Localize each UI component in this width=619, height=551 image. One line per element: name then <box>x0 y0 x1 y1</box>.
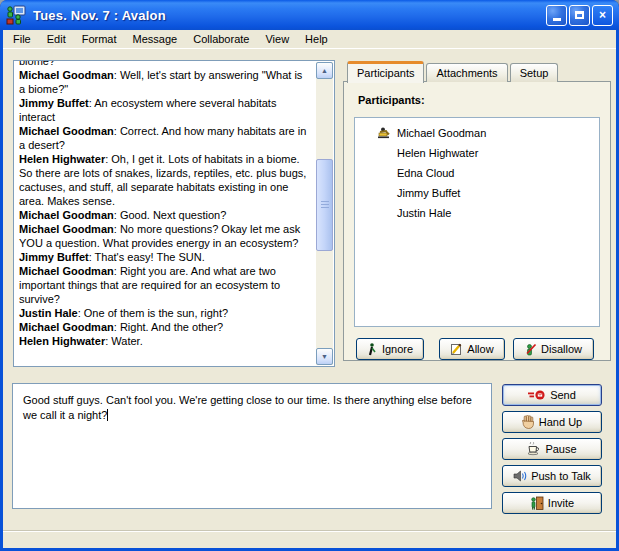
scrollbar-grip <box>321 201 329 209</box>
chat-message: Justin HaleOne of them is the sun, right… <box>19 306 310 320</box>
chat-message: Jimmy BuffetThat's easy! The SUN. <box>19 250 310 264</box>
chat-message: Michael GoodmanRight you are. And what a… <box>19 264 310 306</box>
participant-row[interactable]: Michael Goodman <box>355 124 599 142</box>
chat-message: biome? <box>19 60 310 68</box>
participants-list[interactable]: Michael Goodman Helen Highwater Edna Clo… <box>354 117 600 327</box>
person-red-slash-icon <box>525 343 537 356</box>
participant-row[interactable]: Jimmy Buffet <box>355 184 599 202</box>
push-to-talk-button[interactable]: Push to Talk <box>502 465 602 487</box>
invite-button[interactable]: Invite <box>502 492 602 514</box>
text-caret <box>107 409 108 421</box>
chat-transcript[interactable]: biome? Michael GoodmanWell, let's start … <box>13 60 335 367</box>
send-button[interactable]: Send <box>502 384 602 406</box>
close-icon: × <box>599 9 606 21</box>
message-input[interactable]: Good stuff guys. Can't fool you. We're g… <box>12 383 492 509</box>
express-send-icon <box>528 389 546 401</box>
minimize-icon <box>553 18 561 21</box>
scroll-up-arrow-icon[interactable]: ▲ <box>316 62 333 79</box>
participants-panel: Participants: Michael Goodman Helen High… <box>343 81 611 361</box>
participant-name: Edna Cloud <box>397 167 455 179</box>
titlebar[interactable]: Tues. Nov. 7 : Avalon × <box>0 0 619 30</box>
status-bar <box>3 530 616 548</box>
allow-label: Allow <box>467 343 493 355</box>
minimize-button[interactable] <box>546 5 567 26</box>
allow-button[interactable]: Allow <box>439 338 505 360</box>
menu-collaborate[interactable]: Collaborate <box>185 31 257 47</box>
presenter-icon <box>377 127 391 139</box>
pencil-paper-icon <box>450 343 463 356</box>
chat-messages: biome? Michael GoodmanWell, let's start … <box>14 60 316 350</box>
maximize-icon <box>575 11 584 19</box>
participants-label: Participants: <box>358 94 425 106</box>
raised-hand-icon <box>522 415 535 429</box>
transcript-scrollbar[interactable]: ▲ ▼ <box>316 62 333 365</box>
participant-name: Jimmy Buffet <box>397 187 460 199</box>
participant-name: Justin Hale <box>397 207 451 219</box>
menubar: File Edit Format Message Collaborate Vie… <box>3 30 616 49</box>
participant-name: Helen Highwater <box>397 147 478 159</box>
door-person-icon <box>530 496 544 510</box>
coffee-cup-icon <box>527 442 541 456</box>
tab-strip: Participants Attachments Setup <box>347 61 560 82</box>
scroll-down-arrow-icon[interactable]: ▼ <box>316 348 333 365</box>
chat-message: Michael GoodmanNo more questions? Okay l… <box>19 222 310 250</box>
menu-format[interactable]: Format <box>74 31 125 47</box>
pause-button[interactable]: Pause <box>502 438 602 460</box>
chat-message: Helen HighwaterOh, I get it. Lots of hab… <box>19 152 310 208</box>
client-area: biome? Michael GoodmanWell, let's start … <box>3 49 616 548</box>
send-label: Send <box>550 389 576 401</box>
chat-message: Jimmy BuffetAn ecosystem where several h… <box>19 96 310 124</box>
ignore-button[interactable]: Ignore <box>356 338 424 360</box>
close-button[interactable]: × <box>592 5 613 26</box>
speaker-icon <box>513 470 527 482</box>
chat-message: Helen HighwaterWater. <box>19 334 310 348</box>
window-title: Tues. Nov. 7 : Avalon <box>33 8 546 23</box>
hand-up-button[interactable]: Hand Up <box>502 411 602 433</box>
message-input-text: Good stuff guys. Can't fool you. We're g… <box>23 394 472 421</box>
chat-message: Michael GoodmanGood. Next question? <box>19 208 310 222</box>
menu-message[interactable]: Message <box>125 31 186 47</box>
disallow-button[interactable]: Disallow <box>513 338 594 360</box>
scrollbar-thumb[interactable] <box>316 159 333 251</box>
tab-attachments[interactable]: Attachments <box>426 63 507 82</box>
app-window: Tues. Nov. 7 : Avalon × File Edit Format… <box>0 0 619 551</box>
invite-label: Invite <box>548 497 574 509</box>
maximize-button[interactable] <box>569 5 590 26</box>
menu-help[interactable]: Help <box>297 31 336 47</box>
chat-message: Michael GoodmanCorrect. And how many hab… <box>19 124 310 152</box>
menu-view[interactable]: View <box>257 31 297 47</box>
participant-name: Michael Goodman <box>397 127 486 139</box>
hand-up-label: Hand Up <box>539 416 582 428</box>
push-to-talk-label: Push to Talk <box>531 470 591 482</box>
app-icon <box>6 5 28 25</box>
tab-setup[interactable]: Setup <box>510 63 559 82</box>
disallow-label: Disallow <box>541 343 582 355</box>
ignore-label: Ignore <box>382 343 413 355</box>
tab-participants[interactable]: Participants <box>347 61 424 83</box>
chat-message: Michael GoodmanRight. And the other? <box>19 320 310 334</box>
participant-row[interactable]: Edna Cloud <box>355 164 599 182</box>
participant-row[interactable]: Helen Highwater <box>355 144 599 162</box>
menu-edit[interactable]: Edit <box>39 31 74 47</box>
chat-message: Michael GoodmanWell, let's start by answ… <box>19 68 310 96</box>
ignore-person-icon <box>367 343 378 356</box>
pause-label: Pause <box>545 443 576 455</box>
participant-row[interactable]: Justin Hale <box>355 204 599 222</box>
menu-file[interactable]: File <box>5 31 39 47</box>
